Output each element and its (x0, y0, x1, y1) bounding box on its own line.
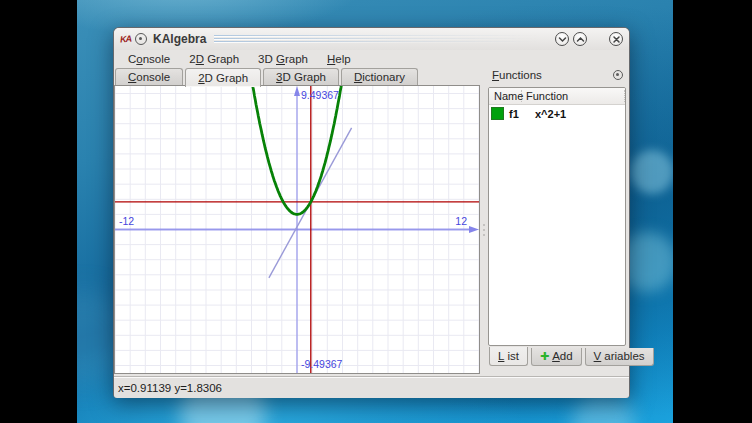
functions-panel-header: Functions (489, 65, 626, 85)
tab-bar: Console 2D Graph 3D Graph Dictionary (115, 68, 420, 85)
function-row-f1[interactable]: f1 x^2+1 (489, 105, 625, 122)
desktop-background: KA KAlgebra Console (77, 0, 673, 423)
function-name: f1 (509, 108, 525, 120)
panel-splitter[interactable] (480, 85, 488, 374)
tab-add[interactable]: ✚ Add (531, 348, 582, 366)
menu-console[interactable]: Console (121, 53, 177, 65)
maximize-button[interactable] (573, 32, 587, 46)
tab-dictionary[interactable]: Dictionary (341, 68, 418, 85)
graph-canvas[interactable]: -12129.49367-9.49367 (115, 86, 479, 373)
screen: KA KAlgebra Console (0, 0, 752, 423)
functions-list[interactable]: Name Function f1 x^2+1 (488, 87, 626, 346)
functions-list-header[interactable]: Name Function (489, 88, 625, 105)
close-icon (612, 35, 621, 44)
bokeh-circle (630, 150, 673, 194)
column-header-name[interactable]: Name (489, 90, 522, 102)
functions-panel: Functions Name Function f1 x^2+1 List (488, 65, 627, 374)
tab-3d-graph[interactable]: 3D Graph (263, 68, 339, 85)
tab-list[interactable]: List (489, 347, 528, 366)
panel-detach-icon[interactable] (613, 70, 623, 80)
cursor-coordinates: x=0.91139 y=1.8306 (118, 382, 222, 394)
minimize-button[interactable] (555, 32, 569, 46)
functions-panel-title: Functions (492, 69, 542, 81)
tab-variables[interactable]: Variables (585, 348, 654, 366)
tab-2d-graph[interactable]: 2D Graph (185, 68, 261, 87)
svg-text:12: 12 (455, 215, 467, 227)
tab-console[interactable]: Console (115, 68, 183, 85)
titlebar-stripes-decoration (214, 35, 537, 44)
menu-2d-graph[interactable]: 2D Graph (182, 53, 246, 65)
graph-area[interactable]: -12129.49367-9.49367 (114, 85, 480, 374)
titlebar[interactable]: KA KAlgebra (114, 28, 629, 50)
status-bar: x=0.91139 y=1.8306 (114, 376, 629, 398)
menu-help[interactable]: Help (320, 53, 358, 65)
svg-text:-12: -12 (119, 215, 134, 227)
kalgebra-app-icon: KA (120, 34, 132, 45)
menu-3d-graph[interactable]: 3D Graph (251, 53, 315, 65)
function-expression: x^2+1 (535, 108, 566, 120)
plus-icon: ✚ (540, 351, 549, 362)
chevron-up-icon (576, 35, 585, 44)
svg-text:9.49367: 9.49367 (301, 89, 339, 101)
close-button[interactable] (609, 32, 623, 46)
column-header-function[interactable]: Function (522, 90, 625, 102)
functions-panel-tabs: List ✚ Add Variables (489, 348, 657, 367)
function-color-swatch (491, 107, 504, 120)
svg-text:-9.49367: -9.49367 (301, 358, 343, 370)
kalgebra-window: KA KAlgebra Console (113, 27, 630, 398)
window-menu-icon[interactable] (135, 33, 147, 45)
chevron-down-icon (558, 35, 567, 44)
tab-add-label: Add (552, 350, 572, 362)
window-title: KAlgebra (153, 32, 206, 46)
